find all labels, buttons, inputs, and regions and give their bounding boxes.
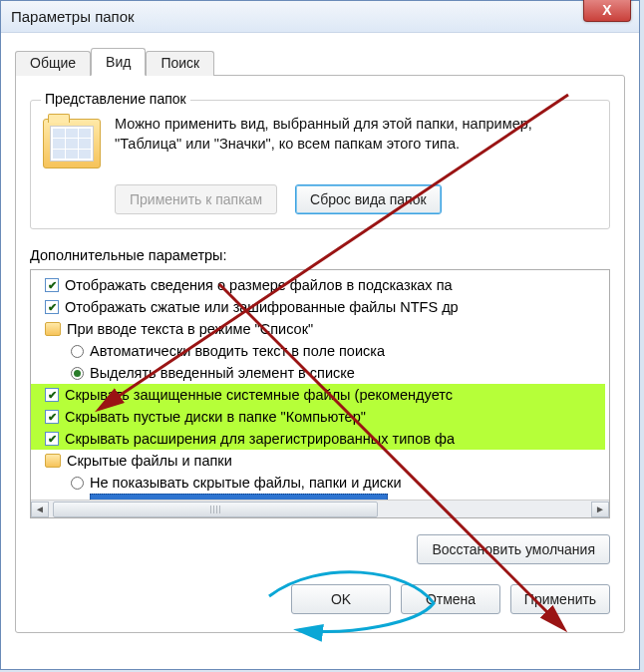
opt-hide-empty-drives[interactable]: Скрывать пустые диски в папке "Компьютер… (31, 406, 605, 428)
opt-hide-extensions[interactable]: Скрывать расширения для зарегистрированн… (31, 428, 605, 450)
radio-icon[interactable] (71, 345, 84, 358)
tab-page-view: Представление папок Можно применить вид,… (15, 75, 625, 633)
opt-label: Скрывать пустые диски в папке "Компьютер… (65, 406, 366, 428)
tree-content: Отображать сведения о размере файлов в п… (31, 270, 609, 518)
dialog-buttons: OK Отмена Применить (30, 584, 610, 614)
reset-folders-button[interactable]: Сброс вида папок (295, 184, 442, 214)
radio-icon[interactable] (71, 477, 84, 490)
opt-typing-in-list[interactable]: При вводе текста в режиме "Список" (31, 318, 605, 340)
checkbox-checked-icon[interactable] (45, 432, 59, 446)
tab-strip: Общие Вид Поиск (15, 48, 625, 76)
opt-label: Выделять введенный элемент в списке (90, 362, 355, 384)
opt-label: Скрывать расширения для зарегистрированн… (65, 428, 455, 450)
opt-label: Скрывать защищенные системные файлы (рек… (65, 384, 453, 406)
folder-node-icon (45, 454, 61, 468)
folder-options-window: Параметры папок X Общие Вид Поиск Предст… (0, 0, 640, 670)
folder-views-group: Представление папок Можно применить вид,… (30, 100, 610, 229)
close-button[interactable]: X (583, 0, 631, 22)
ok-button[interactable]: OK (291, 584, 391, 614)
advanced-label: Дополнительные параметры: (30, 247, 610, 263)
apply-to-folders-button[interactable]: Применить к папкам (115, 184, 277, 214)
folder-icon (43, 119, 101, 168)
opt-label: Не показывать скрытые файлы, папки и дис… (90, 472, 402, 494)
group-legend: Представление папок (41, 91, 190, 107)
opt-label: При вводе текста в режиме "Список" (67, 318, 313, 340)
client-area: Общие Вид Поиск Представление папок Можн… (1, 33, 639, 643)
scroll-track[interactable] (49, 502, 591, 517)
folder-node-icon (45, 322, 61, 336)
cancel-button[interactable]: Отмена (401, 584, 500, 614)
opt-auto-type-search[interactable]: Автоматически вводить текст в поле поиск… (31, 340, 605, 362)
checkbox-checked-icon[interactable] (45, 278, 59, 292)
tab-search[interactable]: Поиск (146, 51, 214, 76)
opt-label: Скрытые файлы и папки (67, 450, 232, 472)
window-title: Параметры папок (11, 8, 135, 25)
opt-dont-show-hidden[interactable]: Не показывать скрытые файлы, папки и дис… (31, 472, 605, 494)
checkbox-checked-icon[interactable] (45, 300, 59, 314)
apply-button[interactable]: Применить (510, 584, 610, 614)
titlebar[interactable]: Параметры папок X (1, 1, 639, 33)
checkbox-checked-icon[interactable] (45, 410, 59, 424)
opt-select-typed-item[interactable]: Выделять введенный элемент в списке (31, 362, 605, 384)
opt-show-size-tooltips[interactable]: Отображать сведения о размере файлов в п… (31, 274, 605, 296)
advanced-settings-tree[interactable]: Отображать сведения о размере файлов в п… (30, 269, 610, 518)
scroll-thumb[interactable] (53, 502, 378, 517)
radio-selected-icon[interactable] (71, 367, 84, 380)
scroll-right-arrow-icon[interactable]: ► (591, 502, 609, 517)
checkbox-checked-icon[interactable] (45, 388, 59, 402)
opt-show-ntfs-color[interactable]: Отображать сжатые или зашифрованные файл… (31, 296, 605, 318)
horizontal-scrollbar[interactable]: ◄ ► (31, 500, 609, 517)
scroll-left-arrow-icon[interactable]: ◄ (31, 502, 49, 517)
opt-hide-protected-os[interactable]: Скрывать защищенные системные файлы (рек… (31, 384, 605, 406)
restore-defaults-button[interactable]: Восстановить умолчания (417, 534, 610, 564)
tab-general[interactable]: Общие (15, 51, 91, 76)
close-icon: X (602, 2, 611, 18)
opt-label: Автоматически вводить текст в поле поиск… (90, 340, 385, 362)
opt-label: Отображать сжатые или зашифрованные файл… (65, 296, 459, 318)
group-description: Можно применить вид, выбранный для этой … (115, 115, 597, 168)
tab-view[interactable]: Вид (91, 48, 146, 76)
opt-label: Отображать сведения о размере файлов в п… (65, 274, 453, 296)
opt-hidden-files-folder[interactable]: Скрытые файлы и папки (31, 450, 605, 472)
